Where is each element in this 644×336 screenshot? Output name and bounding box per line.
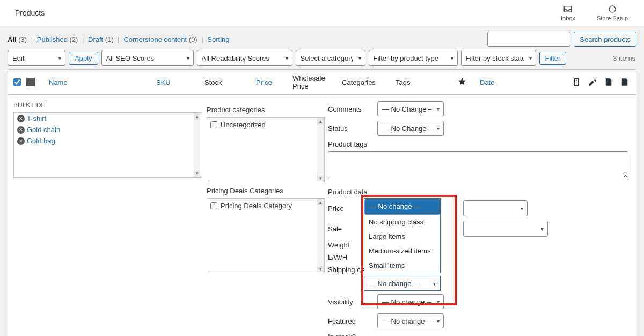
bulk-edit-title: BULK EDIT [13, 101, 201, 109]
shipping-class-dropdown[interactable]: — No change — No shipping class Large it… [364, 198, 441, 273]
bulk-items-list[interactable]: ▴▾ ✕T-shirt ✕Gold chain ✕Gold bag [13, 112, 201, 178]
filter-all[interactable]: All [8, 35, 17, 43]
readability-filter[interactable]: All Readability Scores [197, 50, 292, 66]
bulk-action-select[interactable]: Edit [8, 50, 65, 66]
svg-point-4 [576, 82, 577, 83]
col-stock: Stock [204, 78, 256, 86]
dropdown-option[interactable]: Medium-sized items [364, 244, 440, 258]
store-setup-button[interactable]: Store Setup [597, 4, 628, 21]
filter-published[interactable]: Published [37, 35, 68, 43]
col-tags: Tags [396, 78, 457, 86]
image-column-icon [26, 78, 35, 86]
product-tags-input[interactable] [328, 151, 628, 178]
shipping-class-select[interactable]: — No change — [364, 276, 441, 291]
product-categories-list[interactable]: ▴▾ Uncategorized [207, 117, 325, 182]
category-filter[interactable]: Select a category [296, 50, 365, 66]
product-categories-label: Product categories [207, 106, 325, 114]
svg-point-3 [576, 80, 577, 81]
action-icon-2[interactable] [588, 77, 597, 87]
select-all-checkbox[interactable] [13, 78, 21, 86]
dropdown-option[interactable]: Large items [364, 229, 440, 244]
action-icon-3[interactable] [604, 77, 613, 87]
remove-icon[interactable]: ✕ [17, 115, 25, 122]
list-item[interactable]: ✕T-shirt [14, 113, 201, 124]
dropdown-option[interactable]: Small items [364, 258, 440, 273]
product-type-filter[interactable]: Filter by product type [369, 50, 458, 66]
filter-button[interactable]: Filter [539, 52, 567, 65]
remove-icon[interactable]: ✕ [17, 137, 25, 145]
inbox-button[interactable]: Inbox [561, 4, 575, 21]
category-checkbox[interactable] [210, 121, 217, 128]
col-sku[interactable]: SKU [156, 78, 204, 86]
filter-cornerstone[interactable]: Cornerstone content [123, 35, 187, 43]
col-wholesale: Wholesale Price [292, 74, 342, 90]
pdc-list[interactable]: ▴▾ Pricing Deals Category [207, 198, 325, 273]
pdc-checkbox[interactable] [210, 202, 217, 209]
action-icon-1[interactable] [572, 77, 581, 87]
page-title: Products [15, 9, 45, 17]
svg-point-1 [609, 6, 616, 12]
remove-icon[interactable]: ✕ [17, 126, 25, 134]
search-button[interactable]: Search products [574, 32, 636, 47]
inbox-icon [563, 4, 573, 14]
stock-filter[interactable]: Filter by stock status [461, 50, 536, 66]
circle-icon [608, 4, 617, 14]
seo-filter[interactable]: All SEO Scores [101, 50, 194, 66]
col-price[interactable]: Price [256, 78, 292, 86]
status-label: Status [328, 125, 377, 133]
filter-draft[interactable]: Draft [88, 35, 103, 43]
list-item[interactable]: ✕Gold chain [14, 124, 201, 135]
visibility-label: Visibility [328, 298, 377, 306]
search-input[interactable] [487, 32, 570, 47]
apply-button[interactable]: Apply [69, 52, 98, 65]
col-categories: Categories [342, 78, 396, 86]
items-count: 3 items [613, 54, 636, 62]
product-tags-label: Product tags [328, 140, 377, 148]
product-data-label: Product data [328, 188, 631, 196]
comments-label: Comments [328, 105, 377, 113]
price-select[interactable] [463, 200, 528, 216]
sale-select[interactable] [463, 221, 548, 237]
comments-select[interactable]: — No Change — [377, 101, 444, 116]
list-item[interactable]: ✕Gold bag [14, 135, 201, 147]
status-select[interactable]: — No Change — [377, 121, 444, 136]
filter-sorting[interactable]: Sorting [207, 35, 229, 43]
dropdown-option[interactable]: No shipping class [364, 215, 440, 229]
pdc-label: Pricing Deals Categories [207, 187, 325, 195]
star-icon [457, 77, 467, 86]
status-links: All (3) | Published (2) | Draft (1) | Co… [8, 35, 230, 43]
col-date[interactable]: Date [480, 78, 550, 86]
dropdown-option[interactable]: — No change — [364, 199, 440, 215]
featured-select[interactable]: — No change — [377, 313, 444, 328]
visibility-select[interactable]: — No change — [377, 294, 444, 309]
featured-label: Featured [328, 317, 377, 325]
col-name[interactable]: Name [49, 78, 156, 86]
svg-point-5 [576, 84, 577, 85]
action-icon-4[interactable] [620, 77, 630, 87]
instock-label: In stock? [328, 333, 377, 336]
col-featured [457, 77, 480, 88]
